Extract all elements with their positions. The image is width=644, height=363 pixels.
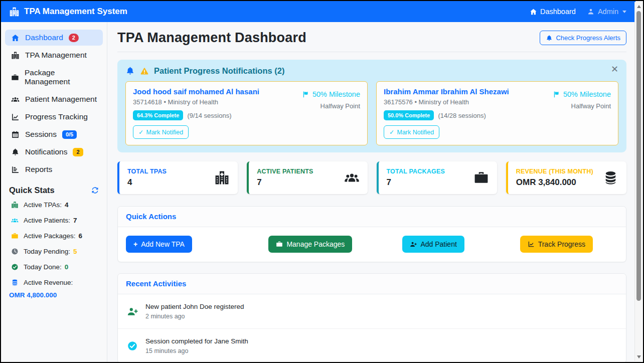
manage-packages-button[interactable]: Manage Packages	[268, 236, 352, 253]
notification-card: Ibrahim Ammar Ibrahim Al Shezawi 3617557…	[376, 81, 618, 145]
briefcase-icon	[473, 170, 489, 186]
sidebar-item-dashboard[interactable]: Dashboard 2	[5, 30, 103, 46]
scrollbar-down-arrow[interactable]	[635, 353, 642, 360]
user-plus-icon	[127, 306, 138, 317]
stat-label: Active Patients:	[24, 217, 70, 224]
add-patient-label: Add Patient	[420, 240, 456, 248]
sessions-count: (14/28 sessions)	[438, 112, 486, 119]
scrollbar-thumb[interactable]	[636, 11, 641, 301]
stat-card-value: 7	[387, 177, 445, 188]
sessions-count: (9/14 sessions)	[187, 112, 231, 119]
mark-notified-button[interactable]: ✓ Mark Notified	[133, 125, 189, 139]
patient-name-link[interactable]: Ibrahim Ammar Ibrahim Al Shezawi	[384, 87, 509, 96]
stat-card-label: TOTAL TPAS	[127, 168, 167, 175]
main-content: TPA Management Dashboard Check Progress …	[107, 22, 635, 362]
milestone-label: 50% Milestone	[563, 90, 611, 98]
quick-stats-title: Quick Stats	[9, 186, 55, 195]
nav-dashboard-link[interactable]: Dashboard	[530, 8, 576, 16]
sidebar-item-patient-management[interactable]: Patient Management	[5, 91, 103, 107]
chevron-down-icon	[622, 11, 626, 13]
stat-card-revenue: REVENUE (THIS MONTH) OMR 3,840.000	[506, 161, 626, 194]
sidebar-item-package-management[interactable]: Package Management	[5, 65, 103, 90]
sidebar-item-reports[interactable]: Reports	[5, 161, 103, 177]
home-icon	[530, 8, 537, 16]
add-new-tpa-label: Add New TPA	[141, 240, 185, 248]
plus-icon: +	[133, 240, 137, 248]
home-icon	[11, 34, 20, 42]
close-icon[interactable]: ✕	[611, 65, 618, 74]
stat-cards-row: TOTAL TPAS 4 ACTIVE PATIENTS 7 TOTAL PAC…	[117, 161, 626, 194]
user-icon	[587, 8, 595, 16]
stat-value: 5	[73, 248, 77, 255]
stat-card-value: 7	[257, 177, 313, 188]
briefcase-icon	[11, 73, 19, 82]
app-brand[interactable]: TPA Management System	[9, 7, 127, 17]
mark-notified-button[interactable]: ✓ Mark Notified	[384, 125, 439, 139]
notification-card-right: 50% Milestone Halfway Point	[297, 87, 360, 139]
stat-label: Active Packages:	[24, 232, 76, 240]
sidebar-item-sessions[interactable]: Sessions 0/5	[5, 126, 103, 142]
notification-card-right: 50% Milestone Halfway Point	[548, 87, 611, 139]
vertical-scrollbar[interactable]	[634, 2, 642, 361]
sidebar-item-tpa-management[interactable]: TPA Management	[5, 47, 103, 63]
sidebar-item-label: TPA Management	[25, 51, 87, 60]
sidebar-item-progress-tracking[interactable]: Progress Tracking	[5, 109, 103, 125]
recent-activities-card: Recent Activities New patient John Doe r…	[117, 273, 626, 362]
briefcase-icon	[276, 241, 283, 248]
stat-label: Active TPAs:	[24, 201, 62, 209]
page-title: TPA Management Dashboard	[117, 30, 306, 46]
coins-icon	[11, 279, 19, 286]
add-patient-button[interactable]: Add Patient	[402, 236, 464, 253]
brand-title: TPA Management System	[24, 7, 127, 17]
add-new-tpa-button[interactable]: + Add New TPA	[126, 236, 192, 253]
sidebar-item-notifications[interactable]: Notifications 2	[5, 144, 103, 160]
recent-activities-header: Recent Activities	[118, 274, 626, 294]
calendar-icon	[11, 130, 20, 139]
nav-admin-menu[interactable]: Admin	[587, 8, 626, 16]
activity-time: 15 minutes ago	[145, 347, 248, 354]
mark-notified-label: Mark Notified	[146, 129, 183, 136]
manage-packages-label: Manage Packages	[286, 240, 345, 248]
top-navbar: TPA Management System Dashboard Admin	[1, 1, 635, 22]
sidebar-item-label: Sessions	[25, 130, 57, 139]
quick-stat-active-revenue: Active Revenue: OMR 4,800.000	[1, 275, 107, 303]
mark-notified-label: Mark Notified	[397, 129, 434, 136]
sidebar-item-label: Notifications	[25, 147, 67, 156]
quick-stat-active-patients: Active Patients: 7	[1, 213, 107, 228]
stat-label: Active Revenue:	[24, 279, 73, 286]
recent-activities-title: Recent Activities	[126, 279, 186, 288]
sidebar-item-label: Progress Tracking	[25, 112, 88, 121]
check-progress-alerts-button[interactable]: Check Progress Alerts	[540, 31, 626, 45]
sidebar-item-label: Package Management	[25, 68, 98, 86]
activity-time: 2 minutes ago	[145, 313, 244, 320]
stat-value: 7	[73, 217, 77, 224]
sessions-count-badge: 0/5	[62, 130, 77, 139]
milestone-sub-label: Halfway Point	[553, 102, 611, 110]
check-circle-icon	[127, 340, 138, 351]
patient-name-link[interactable]: Jood hood saif mohamed Al hasani	[133, 87, 259, 96]
patient-meta: 35714618 • Ministry of Health	[133, 98, 259, 106]
stat-label: Today Pending:	[24, 248, 70, 255]
sidebar-item-label: Dashboard	[25, 33, 63, 42]
stat-card-value: OMR 3,840.000	[516, 177, 593, 188]
page-header: TPA Management Dashboard Check Progress …	[117, 30, 626, 52]
stat-value: 6	[79, 232, 83, 240]
users-icon	[11, 217, 19, 224]
notifications-panel-header: Patient Progress Notifications (2)	[125, 66, 618, 76]
refresh-icon[interactable]	[91, 187, 99, 194]
bell-icon	[11, 148, 20, 156]
scrollbar-up-arrow[interactable]	[635, 3, 642, 10]
stat-value: 4	[65, 201, 69, 209]
track-progress-button[interactable]: Track Progress	[520, 236, 593, 253]
users-icon	[344, 170, 360, 186]
check-icon: ✓	[138, 128, 143, 136]
stat-card-active-patients: ACTIVE PATIENTS 7	[247, 161, 367, 194]
check-icon: ✓	[389, 128, 394, 136]
stat-card-label: ACTIVE PATIENTS	[257, 168, 313, 175]
user-plus-icon	[410, 241, 417, 248]
alerts-button-label: Check Progress Alerts	[556, 34, 620, 42]
quick-actions-title: Quick Actions	[126, 212, 176, 221]
warning-icon	[140, 67, 149, 76]
quick-stat-today-pending: Today Pending: 5	[1, 244, 107, 259]
patient-progress-notifications-panel: Patient Progress Notifications (2) ✕ Joo…	[117, 60, 626, 152]
